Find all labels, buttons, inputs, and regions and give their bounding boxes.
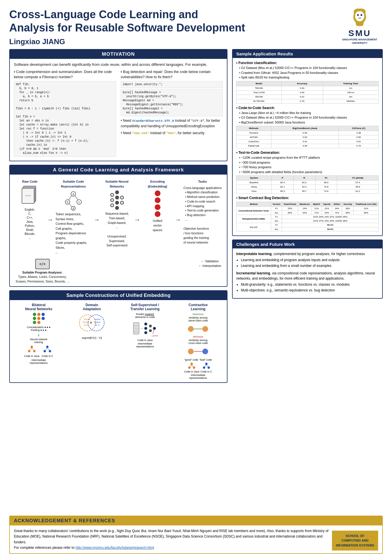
svg-point-15 [31, 346, 33, 348]
table-row: Deckard 0.93 0.38 [236, 131, 379, 135]
td-c2v-bcb: 0.91 [271, 140, 339, 144]
doc-page-1: ≡ ≡ ≡ [22, 188, 34, 204]
bl-col1 [33, 313, 36, 324]
sample-results-section: Sample Application Results • Function cl… [232, 49, 383, 236]
arrow-3: → [134, 209, 140, 224]
th-ojclone: OJClone (C) [339, 126, 379, 131]
td-tbcnn2-acc: 0.91 [281, 95, 323, 99]
td-deckard: Deckard [236, 131, 271, 135]
svg-point-47 [188, 326, 194, 332]
interpretable-sub-2: Learning and embedding from a small numb… [241, 263, 379, 268]
function-class-table: Model Accuracy Training Time TBCNN 0.94 … [236, 81, 379, 104]
td-baseline: Baseline [236, 181, 272, 185]
td-noisy-r: 62.3 [293, 185, 315, 189]
svg-point-2 [357, 14, 359, 16]
tree-java-svg [27, 345, 37, 354]
nn-node-out [120, 201, 124, 205]
need-2-highlight: "SHA-256" [132, 132, 149, 135]
svg-text:X: X [90, 321, 92, 324]
svg-text:Vector: Vector [94, 318, 101, 321]
td-baseline-f1d: 57.4 [337, 181, 379, 185]
th-sc-mythril: Mythril [311, 202, 322, 207]
cl-trees: Code in Java [173, 362, 223, 373]
nn-node-hidden [115, 190, 119, 194]
td-dl-f1-combined: GCN: 84%, GIN: 87%, GGNN: 86% [282, 215, 379, 219]
svg-line-23 [45, 348, 47, 350]
svg-line-57 [192, 365, 193, 366]
interpretation-label: ← Interpretation [199, 263, 221, 268]
table-row: Tree-LSTM 0.92 100+m [236, 90, 379, 95]
code-search-details: • Java-Large (Alon et al.) ~4 million fi… [239, 111, 379, 125]
table-row: Noisy 82.1 62.3 70.8 58.9 [236, 185, 379, 189]
nn-node-hidden [115, 206, 119, 210]
encoding-visual [155, 190, 160, 217]
step-repr-title: Suitable CodeRepresentations [61, 179, 86, 189]
td-sc-v1: F1 [271, 207, 282, 211]
svg-point-21 [44, 350, 46, 352]
td-baseline-f1: 68.9 [315, 181, 337, 185]
th-t2c-f1: F1 [315, 176, 337, 181]
td-fc-bcb: 0.95 [271, 144, 339, 148]
validation-interp: ← Validation ← Interpretation [199, 259, 221, 268]
ack-link[interactable]: http://www.mysmu.edu/faculty/lxjiang/res… [75, 546, 154, 550]
need-1-highlight: StandardCharsets.UTF_8 [132, 119, 174, 123]
td-sc-manticore-f1: 19% [298, 207, 311, 211]
th-bigcb: BigCloneBench (Java) [271, 126, 339, 131]
td-ours-f1d: 61.2 [337, 189, 379, 194]
td-ast-bcb: 0.92 [271, 135, 339, 140]
svg-point-59 [203, 366, 205, 369]
bilateral-arrow-down: ↓ [38, 332, 40, 337]
bilateral-ops: Concatenation ● ● ●Pooling ● ● ● [27, 326, 51, 332]
main-content: MOTIVATION Software development can bene… [9, 49, 383, 512]
acknowledgement-section: ACKNOWLEDGEMENT & REFERENCES Great thank… [9, 516, 383, 554]
th-sc-traditional: Traditional List Calls [354, 202, 379, 207]
smu-logo: SMU SINGAPORE MANAGEMENTUNIVERSITY [337, 8, 383, 45]
acknowledgement-header: ACKNOWLEDGEMENT & REFERENCES [10, 516, 382, 525]
cl-title: ContrastiveLearning [173, 303, 223, 311]
languages-list: English,C,C++,Java,Python,Smali,Bitcode,… [25, 208, 35, 240]
ss-diagram: Predict maskedelements in code → [120, 313, 170, 348]
table-row: Bi-TRCNN 0.76 NA/NAs [236, 99, 379, 103]
td-fc-ojc: 0.76 [339, 144, 379, 148]
domain-diagram: Vector Space for Java Vector Space for C… [67, 313, 117, 339]
svg-line-13 [75, 196, 78, 200]
svg-point-41 [144, 331, 147, 334]
sample-results-content: • Function classification: • OJ Dataset … [233, 58, 382, 235]
ss-code-labels: Code in Java [120, 339, 170, 342]
domain-title: DomainAdaptation [67, 303, 117, 311]
td-sc-trad-acc: 68% [354, 211, 379, 215]
code-terminal-icons: </> [35, 259, 50, 269]
td-baseline-tool: Conventional Detection Tools [236, 207, 271, 215]
td-sc-smartcheck-f1: 25% [282, 207, 298, 211]
motivation-bullet-1-text: Code comprehension and summarization: Do… [14, 70, 112, 79]
table-row: TBCNN 0.94 1m [236, 86, 379, 90]
td-ast-ojc: 0.95 [339, 135, 379, 140]
incremental-sub-2: Multi-objectives: e.g., semantic-equival… [241, 288, 379, 293]
th-sc-version: Version [271, 202, 282, 207]
nn-node [110, 203, 114, 207]
enc-dot-2 [155, 197, 160, 203]
cl-code-labels: "good" code "bad" code [173, 358, 223, 361]
svg-text:c: c [79, 201, 80, 204]
table-row: ASTNN 0.92 0.95 [236, 135, 379, 140]
svg-point-42 [149, 325, 152, 327]
maximize-label: Maximize [173, 313, 223, 316]
td-treelstm: Tree-LSTM [236, 90, 281, 95]
school-badge: SCHOOL OF COMPUTING AND INFORMATION SYST… [332, 531, 378, 551]
th-method: Methods [236, 126, 271, 131]
svg-text:Space: Space [94, 321, 100, 323]
svg-line-14 [69, 204, 72, 207]
td-noisy: Noisy [236, 185, 272, 189]
td-dl-v2: Acc [271, 219, 282, 223]
code-search-title: • Code-to-Code Search: [236, 106, 275, 110]
challenge-incremental: Incremental learning, via compositional … [236, 271, 379, 293]
td-noisy-p: 82.1 [272, 185, 294, 189]
ack-main-text: Great thanks to many collaborators' cont… [14, 529, 328, 544]
bl-node [42, 317, 45, 320]
th-t2c-f1-detail: F1 (detail) [337, 176, 379, 181]
bl-col2 [37, 313, 40, 324]
acknowledgement-text: Great thanks to many collaborators' cont… [14, 528, 332, 551]
td-deckard-bcb: 0.93 [271, 131, 339, 135]
contrastive-learning: ContrastiveLearning Maximize similarity … [173, 303, 223, 379]
function-class-details: • OJ Dataset (Mou et al.) 52000 C/C++ Pr… [239, 65, 379, 80]
